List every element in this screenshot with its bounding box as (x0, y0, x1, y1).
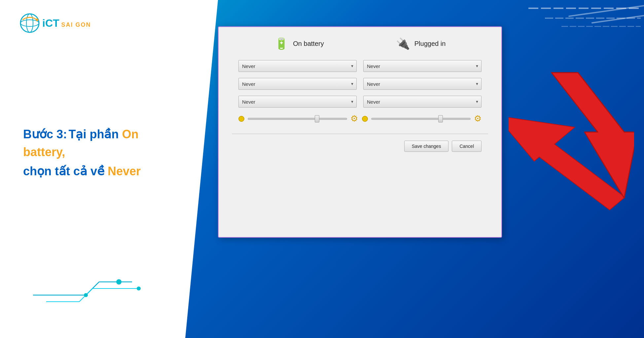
plug-icon: 🔌 (396, 37, 410, 50)
plugged-select-3[interactable]: Never 1 minute 5 minutes 15 minutes 30 m… (363, 96, 482, 108)
battery-select-1[interactable]: Never 1 minute 5 minutes 15 minutes 30 m… (238, 60, 357, 72)
circuit-decoration (26, 246, 142, 312)
plugged-select-2[interactable]: Never 1 minute 5 minutes 15 minutes 30 m… (363, 78, 482, 90)
brightness-row: ⚙ ⚙ (232, 114, 488, 124)
dropdown-row-2: Never 1 minute 5 minutes 15 minutes 30 m… (232, 78, 488, 90)
battery-dropdown-1[interactable]: Never 1 minute 5 minutes 15 minutes 30 m… (238, 60, 357, 72)
power-settings-dialog: 🔋 On battery 🔌 Plugged in Never 1 minute… (218, 26, 502, 238)
svg-point-2 (26, 14, 33, 32)
step-text-block: Bước 3: Tại phần On battery, chọn tất cả… (23, 125, 182, 180)
battery-select-2[interactable]: Never 1 minute 5 minutes 15 minutes 30 m… (238, 78, 357, 90)
dropdown-row-3: Never 1 minute 5 minutes 15 minutes 30 m… (232, 96, 488, 108)
step-highlight-never: Never (108, 164, 141, 178)
logo-area: iCT SAI GON (20, 13, 91, 33)
brightness-dot-right (362, 116, 368, 122)
ict-logo-icon (20, 13, 40, 33)
step-number: Bước 3: (23, 127, 67, 141)
battery-brightness-thumb[interactable] (315, 115, 319, 122)
logo-saigon: SAI GON (61, 21, 91, 28)
plugged-select-1[interactable]: Never 1 minute 5 minutes 15 minutes 30 m… (363, 60, 482, 72)
battery-brightness-group: ⚙ (238, 114, 358, 124)
battery-icon: 🔋 (274, 37, 288, 50)
svg-point-12 (137, 287, 141, 290)
background-decoration-lines (512, 0, 644, 40)
plugged-brightness-track (371, 118, 471, 120)
dialog-footer: Save changes Cancel (232, 141, 488, 152)
plugged-in-header: 🔌 Plugged in (360, 37, 482, 50)
plugged-dropdown-1[interactable]: Never 1 minute 5 minutes 15 minutes 30 m… (363, 60, 482, 72)
red-arrow-indicator (509, 66, 634, 211)
plugged-brightness-thumb[interactable] (438, 115, 443, 122)
left-panel: iCT SAI GON Bước 3: Tại phần On battery,… (0, 0, 218, 338)
plugged-brightness-group: ⚙ (362, 114, 482, 124)
plugged-in-label: Plugged in (414, 40, 446, 48)
sun-icon-right: ⚙ (474, 114, 482, 124)
battery-select-3[interactable]: Never 1 minute 5 minutes 15 minutes 30 m… (238, 96, 357, 108)
logo-ict: iCT (42, 17, 59, 29)
sun-icon-left: ⚙ (350, 114, 358, 124)
on-battery-label: On battery (293, 40, 324, 48)
logo-text: iCT SAI GON (42, 17, 91, 29)
dialog-separator (232, 134, 488, 134)
on-battery-header: 🔋 On battery (238, 37, 360, 50)
plugged-dropdown-3[interactable]: Never 1 minute 5 minutes 15 minutes 30 m… (363, 96, 482, 108)
plugged-dropdown-2[interactable]: Never 1 minute 5 minutes 15 minutes 30 m… (363, 78, 482, 90)
battery-dropdown-2[interactable]: Never 1 minute 5 minutes 15 minutes 30 m… (238, 78, 357, 90)
battery-dropdown-3[interactable]: Never 1 minute 5 minutes 15 minutes 30 m… (238, 96, 357, 108)
cancel-button[interactable]: Cancel (452, 141, 482, 152)
svg-point-10 (84, 293, 88, 297)
step-desc-part1: Tại phần (68, 127, 122, 141)
dialog-header: 🔋 On battery 🔌 Plugged in (232, 37, 488, 50)
dropdown-row-1: Never 1 minute 5 minutes 15 minutes 30 m… (232, 60, 488, 72)
svg-point-11 (116, 279, 122, 285)
battery-brightness-track (248, 118, 347, 120)
brightness-dot-left (238, 116, 244, 122)
save-changes-button[interactable]: Save changes (404, 141, 449, 152)
step-desc-part2: chọn tất cả về (23, 164, 108, 178)
svg-point-3 (36, 18, 38, 21)
svg-point-0 (20, 14, 39, 32)
